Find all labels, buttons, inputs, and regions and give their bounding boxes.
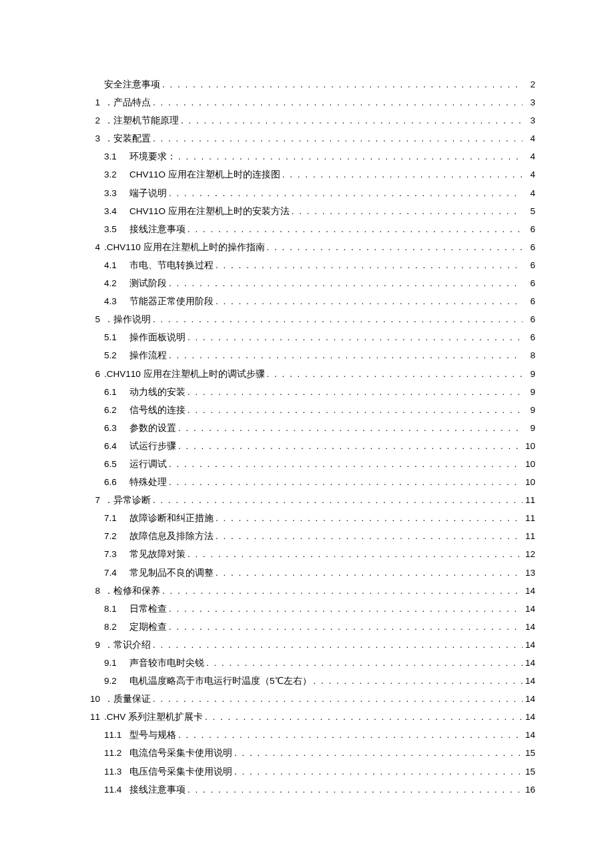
toc-entry: 9.2电机温度略高于市电运行时温度（5℃左右）14 [79,677,535,686]
toc-page-number: 3 [525,98,535,107]
toc-chapter-number: 7 [79,496,104,505]
toc-entry: 7.4常见制品不良的调整13 [79,568,535,578]
toc-leader-dots [162,586,523,596]
toc-page-number: 14 [525,640,535,650]
toc-section-number: 9.1 [104,659,129,668]
toc-entry: 7.3常见故障对策12 [79,550,535,559]
toc-entry: 11.1型号与规格14 [79,731,535,740]
toc-section-number: 7.2 [104,532,129,541]
toc-title: 信号线的连接 [129,406,186,415]
toc-title: ．质量保证 [104,695,151,704]
toc-section-number: 3.1 [104,152,129,161]
toc-chapter-number: 11 [79,713,104,722]
toc-entry: 3.1环境要求：4 [79,152,535,161]
toc-entry: 3.5接线注意事项6 [79,225,535,234]
toc-chapter-number: 2 [79,116,104,125]
toc-entry: 11.4接线注意事项16 [79,785,535,795]
toc-leader-dots [169,189,523,198]
toc-entry: 6.5运行调试10 [79,460,535,469]
toc-page-number: 6 [525,297,535,306]
toc-chapter-number: 4 [79,243,104,252]
toc-leader-dots [153,98,523,107]
toc-title: 故障诊断和纠正措施 [129,514,214,523]
toc-page-number: 8 [525,351,535,360]
toc-page-number: 11 [525,532,535,541]
toc-entry: 6.2信号线的连接9 [79,406,535,415]
toc-section-number: 11.1 [104,731,129,740]
toc-entry: 8.2定期检查14 [79,622,535,632]
toc-page-number: 4 [525,152,535,161]
toc-title: .CHV110 应用在注塑机上时的操作指南 [104,243,265,252]
toc-title: 环境要求： [129,152,176,161]
toc-leader-dots [153,134,523,143]
toc-section-number: 11.3 [104,767,129,777]
toc-entry: 3．安装配置4 [79,134,535,143]
toc-title: 日常检查 [129,604,167,614]
toc-section-number: 8.2 [104,622,129,632]
table-of-contents: 安全注意事项21．产品特点32．注塑机节能原理33．安装配置43.1环境要求：4… [79,80,535,794]
toc-leader-dots [216,261,523,270]
toc-leader-dots [267,243,523,252]
toc-leader-dots [188,785,523,795]
toc-section-number: 3.3 [104,189,129,198]
toc-entry: 4.1市电、节电转换过程6 [79,261,535,270]
toc-entry: 4.2测试阶段6 [79,279,535,288]
toc-page-number: 14 [525,731,535,740]
toc-leader-dots [188,550,523,559]
toc-title: ．操作说明 [104,315,151,324]
toc-leader-dots [178,442,523,451]
toc-chapter-number: 10 [79,695,104,704]
toc-leader-dots [282,170,523,179]
toc-title: 定期检查 [129,622,167,632]
toc-entry: 10．质量保证14 [79,695,535,704]
toc-section-number: 6.4 [104,442,129,451]
toc-page-number: 4 [525,170,535,179]
toc-leader-dots [216,532,523,541]
toc-page-number: 5 [525,207,535,216]
toc-title: 声音较市电时尖锐 [129,659,204,668]
toc-title: 电压信号采集卡使用说明 [129,767,232,777]
toc-leader-dots [153,695,523,704]
toc-entry: 7.1故障诊断和纠正措施11 [79,514,535,523]
toc-page-number: 2 [525,80,535,89]
toc-title: 故障信息及排除方法 [129,532,214,541]
toc-page-number: 6 [525,333,535,342]
toc-entry: 5．操作说明6 [79,315,535,324]
toc-title: .CHV 系列注塑机扩展卡 [104,713,203,722]
toc-entry: 9.1声音较市电时尖锐14 [79,659,535,668]
toc-page-number: 4 [525,134,535,143]
toc-page-number: 14 [525,622,535,632]
toc-chapter-number: 1 [79,98,104,107]
toc-page-number: 12 [525,550,535,559]
toc-title: .CHV110 应用在注塑机上时的调试步骤 [104,370,265,379]
toc-title: 电流信号采集卡使用说明 [129,749,232,758]
toc-leader-dots [216,568,523,578]
toc-title: CHV11O 应用在注塑机上时的安装方法 [129,207,290,216]
toc-entry: 5.2操作流程8 [79,351,535,360]
toc-section-number: 7.4 [104,568,129,578]
toc-page-number: 11 [525,496,535,505]
toc-chapter-number: 6 [79,370,104,379]
toc-section-number: 11.4 [104,785,129,795]
toc-page-number: 15 [525,767,535,777]
toc-title: 参数的设置 [129,424,176,433]
toc-title: CHV11O 应用在注塑机上时的连接图 [129,170,280,179]
toc-entry: 安全注意事项2 [79,80,535,89]
toc-leader-dots [188,406,523,415]
toc-chapter-number: 3 [79,134,104,143]
toc-leader-dots [267,370,523,379]
toc-section-number: 5.1 [104,333,129,342]
toc-chapter-number: 5 [79,315,104,324]
toc-title: ．常识介绍 [104,640,151,650]
toc-title: 接线注意事项 [129,225,186,234]
toc-entry: 3.2CHV11O 应用在注塑机上时的连接图4 [79,170,535,179]
toc-section-number: 7.1 [104,514,129,523]
toc-title: ．检修和保养 [104,586,160,596]
toc-section-number: 4.3 [104,297,129,306]
toc-entry: 6.3参数的设置9 [79,424,535,433]
toc-entry: 11.3电压信号采集卡使用说明15 [79,767,535,777]
toc-title: 特殊处理 [129,478,167,487]
toc-entry: 6.CHV110 应用在注塑机上时的调试步骤9 [79,370,535,379]
toc-entry: 6.6特殊处理10 [79,478,535,487]
toc-title: ．异常诊断 [104,496,151,505]
